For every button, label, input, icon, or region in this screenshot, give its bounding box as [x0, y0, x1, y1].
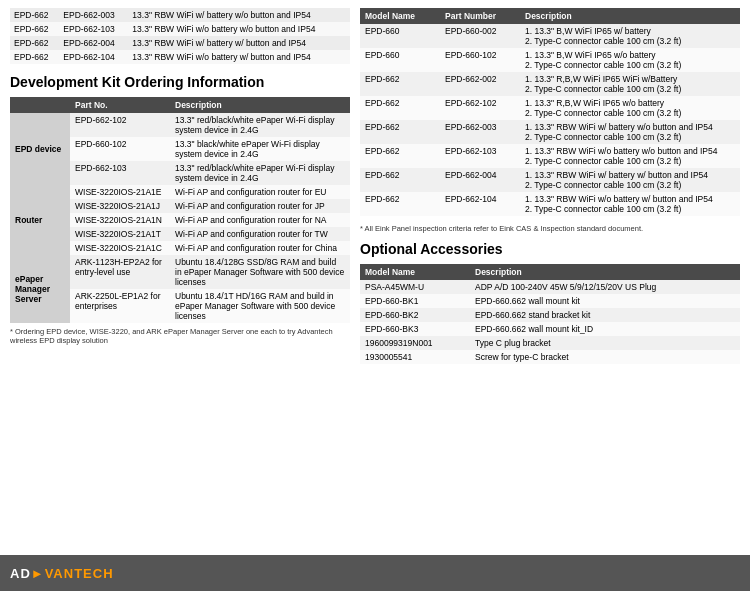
opt-col-desc: Description — [470, 264, 740, 280]
devkit-desc: Ubuntu 18.4/128G SSD/8G RAM and build in… — [170, 255, 350, 289]
devkit-group-label: Router — [10, 185, 70, 255]
footer: AD►VANTECH — [0, 555, 750, 591]
small-top-cell: EPD-662-004 — [59, 36, 128, 50]
main-desc: 1. 13.3" RBW WiFi w/o battery w/o button… — [520, 144, 740, 168]
devkit-col-partno: Part No. — [70, 97, 170, 113]
main-model: EPD-662 — [360, 144, 440, 168]
main-part: EPD-662-004 — [440, 168, 520, 192]
footer-logo: AD►VANTECH — [10, 566, 114, 581]
left-column: EPD-662EPD-662-00313.3" RBW WiFi w/ batt… — [10, 8, 350, 547]
devkit-part: EPD-662-102 — [70, 113, 170, 137]
optional-table: Model Name Description PSA-A45WM-UADP A/… — [360, 264, 740, 364]
devkit-part: WISE-3220IOS-21A1C — [70, 241, 170, 255]
opt-desc: EPD-660.662 wall mount kit — [470, 294, 740, 308]
small-top-cell: EPD-662 — [10, 50, 59, 64]
devkit-part: WISE-3220IOS-21A1E — [70, 185, 170, 199]
main-part: EPD-662-102 — [440, 96, 520, 120]
devkit-part: ARK-1123H-EP2A2 for entry-level use — [70, 255, 170, 289]
small-top-cell: EPD-662 — [10, 8, 59, 22]
devkit-desc: Wi-Fi AP and configuration router for Ch… — [170, 241, 350, 255]
right-column: Model Name Part Number Description EPD-6… — [360, 8, 740, 547]
main-part: EPD-662-003 — [440, 120, 520, 144]
opt-model: EPD-660-BK3 — [360, 322, 470, 336]
logo-arrow: ► — [31, 566, 45, 581]
logo-adv: AD► — [10, 566, 45, 581]
main-model: EPD-660 — [360, 48, 440, 72]
devkit-heading: Development Kit Ordering Information — [10, 74, 350, 91]
opt-model: EPD-660-BK1 — [360, 294, 470, 308]
main-model: EPD-662 — [360, 120, 440, 144]
small-top-cell: EPD-662 — [10, 36, 59, 50]
devkit-desc: Wi-Fi AP and configuration router for EU — [170, 185, 350, 199]
main-footnote: * All Eink Panel inspection criteria ref… — [360, 224, 740, 233]
devkit-desc: 13.3" red/black/white ePaper Wi-Fi displ… — [170, 161, 350, 185]
main-desc: 1. 13.3" RBW WiFi w/ battery w/ button a… — [520, 168, 740, 192]
devkit-part: EPD-662-103 — [70, 161, 170, 185]
devkit-part: WISE-3220IOS-21A1N — [70, 213, 170, 227]
main-part: EPD-660-002 — [440, 24, 520, 48]
devkit-col-desc: Description — [170, 97, 350, 113]
small-top-cell: EPD-662-104 — [59, 50, 128, 64]
col-header-desc: Description — [520, 8, 740, 24]
small-top-cell: EPD-662-003 — [59, 8, 128, 22]
devkit-part: EPD-660-102 — [70, 137, 170, 161]
logo-tech: VANTECH — [45, 566, 114, 581]
main-model: EPD-662 — [360, 168, 440, 192]
devkit-desc: Wi-Fi AP and configuration router for NA — [170, 213, 350, 227]
col-header-model: Model Name — [360, 8, 440, 24]
devkit-table: Part No. Description EPD deviceEPD-662-1… — [10, 97, 350, 323]
optional-section: Optional Accessories Model Name Descript… — [360, 241, 740, 364]
opt-col-model: Model Name — [360, 264, 470, 280]
optional-heading: Optional Accessories — [360, 241, 740, 258]
opt-desc: EPD-660.662 stand bracket kit — [470, 308, 740, 322]
main-model: EPD-662 — [360, 192, 440, 216]
main-desc: 1. 13.3" RBW WiFi w/ battery w/o button … — [520, 120, 740, 144]
top-small-table: EPD-662EPD-662-00313.3" RBW WiFi w/ batt… — [10, 8, 350, 64]
small-top-cell: 13.3" RBW WiFi w/o battery w/o button an… — [128, 22, 350, 36]
opt-desc: Type C plug bracket — [470, 336, 740, 350]
devkit-part: ARK-2250L-EP1A2 for enterprises — [70, 289, 170, 323]
small-top-cell: 13.3" RBW WiFi w/ battery w/o button and… — [128, 8, 350, 22]
main-desc: 1. 13.3" R,B,W WiFi IP65 WiFi w/Battery2… — [520, 72, 740, 96]
main-desc: 1. 13.3" B,W WiFi IP65 w/ battery2. Type… — [520, 24, 740, 48]
devkit-group-label: EPD device — [10, 113, 70, 185]
opt-model: 1960099319N001 — [360, 336, 470, 350]
small-top-cell: 13.3" RBW WiFi w/ battery w/ button and … — [128, 36, 350, 50]
col-header-part: Part Number — [440, 8, 520, 24]
main-model: EPD-660 — [360, 24, 440, 48]
devkit-part: WISE-3220IOS-21A1T — [70, 227, 170, 241]
opt-desc: ADP A/D 100-240V 45W 5/9/12/15/20V US Pl… — [470, 280, 740, 294]
devkit-desc: 13.3" black/white ePaper Wi-Fi display s… — [170, 137, 350, 161]
main-content: EPD-662EPD-662-00313.3" RBW WiFi w/ batt… — [0, 0, 750, 555]
main-ordering-table: Model Name Part Number Description EPD-6… — [360, 8, 740, 216]
small-top-cell: 13.3" RBW WiFi w/o battery w/ button and… — [128, 50, 350, 64]
devkit-part: WISE-3220IOS-21A1J — [70, 199, 170, 213]
main-desc: 1. 13.3" B,W WiFi IP65 w/o battery2. Typ… — [520, 48, 740, 72]
opt-model: 1930005541 — [360, 350, 470, 364]
devkit-col-label — [10, 97, 70, 113]
main-part: EPD-660-102 — [440, 48, 520, 72]
devkit-desc: 13.3" red/black/white ePaper Wi-Fi displ… — [170, 113, 350, 137]
small-top-cell: EPD-662-103 — [59, 22, 128, 36]
devkit-footnote: * Ordering EPD device, WISE-3220, and AR… — [10, 327, 350, 345]
opt-desc: Screw for type-C bracket — [470, 350, 740, 364]
devkit-group-label: ePaper Manager Server — [10, 255, 70, 323]
main-desc: 1. 13.3" RBW WiFi w/o battery w/ button … — [520, 192, 740, 216]
main-model: EPD-662 — [360, 96, 440, 120]
main-desc: 1. 13.3" R,B,W WiFi IP65 w/o battery2. T… — [520, 96, 740, 120]
devkit-desc: Wi-Fi AP and configuration router for JP — [170, 199, 350, 213]
opt-model: EPD-660-BK2 — [360, 308, 470, 322]
opt-model: PSA-A45WM-U — [360, 280, 470, 294]
main-part: EPD-662-103 — [440, 144, 520, 168]
opt-desc: EPD-660.662 wall mount kit_ID — [470, 322, 740, 336]
main-part: EPD-662-104 — [440, 192, 520, 216]
devkit-desc: Ubuntu 18.4/1T HD/16G RAM and build in e… — [170, 289, 350, 323]
main-model: EPD-662 — [360, 72, 440, 96]
main-part: EPD-662-002 — [440, 72, 520, 96]
small-top-cell: EPD-662 — [10, 22, 59, 36]
page-wrapper: EPD-662EPD-662-00313.3" RBW WiFi w/ batt… — [0, 0, 750, 591]
devkit-desc: Wi-Fi AP and configuration router for TW — [170, 227, 350, 241]
